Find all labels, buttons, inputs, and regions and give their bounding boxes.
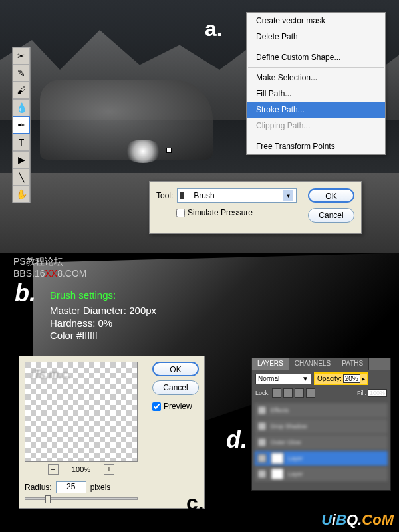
brush-hardness: Hardness: 0% (50, 317, 156, 329)
layer-thumbnail (271, 452, 284, 464)
uibq-q: Q (346, 511, 358, 528)
visibility-icon[interactable] (257, 406, 267, 415)
layer-name: Layer (288, 471, 303, 477)
watermark-prefix: BBS.16 (13, 268, 45, 279)
history-brush-tool[interactable]: 🖌 (13, 82, 30, 99)
menu-separator (248, 67, 384, 68)
tab-layers[interactable]: LAYERS (252, 358, 289, 370)
brush-diameter: Master Diameter: 200px (50, 305, 156, 316)
preview-checkbox[interactable] (152, 402, 161, 411)
visibility-icon[interactable] (257, 422, 267, 431)
layer-name: Layer (288, 455, 303, 462)
stroke-path-dialog: Tool: Brush ▼ Simulate Pressure OK Cance… (149, 181, 362, 234)
opacity-label: Opacity: (317, 375, 342, 382)
layer-list: Effects Drop Shadow Outer Glow Layer Lay… (252, 399, 390, 485)
blend-mode-dropdown[interactable]: Normal ▼ (255, 374, 311, 384)
blend-mode-value: Normal (258, 375, 279, 382)
lock-transparency-icon[interactable] (272, 388, 281, 398)
tool-value: Brush (194, 191, 283, 200)
visibility-icon[interactable] (257, 438, 267, 447)
uibq-c: C (362, 511, 372, 528)
opacity-control[interactable]: Opacity: 20% ▸ (314, 372, 368, 385)
menu-free-transform-points[interactable]: Free Transform Points (247, 138, 385, 154)
tab-paths[interactable]: PATHS (336, 358, 369, 370)
zoom-in-button[interactable]: + (104, 464, 114, 475)
brush-color: Color #ffffff (50, 330, 156, 341)
uibq-m: M (382, 511, 394, 528)
ok-button[interactable]: OK (308, 188, 354, 203)
brush-icon (180, 192, 191, 200)
tools-palette: ✂ ✎ 🖌 💧 ✒ T ▶ ╲ ✋ (12, 47, 31, 203)
lock-all-icon[interactable] (306, 388, 315, 398)
menu-define-custom-shape[interactable]: Define Custom Shape... (247, 49, 385, 65)
uibq-o: o (372, 511, 381, 528)
line-tool[interactable]: ╲ (13, 168, 30, 186)
chevron-down-icon: ▼ (302, 375, 309, 382)
slider-thumb[interactable] (45, 495, 51, 503)
simulate-pressure-label: Simulate Pressure (188, 208, 253, 217)
path-selection-tool[interactable]: ▶ (13, 151, 30, 168)
path-anchor-point[interactable] (166, 148, 172, 153)
lock-pixels-icon[interactable] (283, 388, 293, 398)
fill-label: Fill: (357, 390, 366, 396)
layer-thumbnail (271, 468, 284, 480)
menu-delete-path[interactable]: Delete Path (247, 29, 385, 45)
watermark-line2: BBS.16XX8.COM (13, 268, 87, 279)
fill-value[interactable]: 100% (368, 389, 387, 397)
path-context-menu: Create vector mask Delete Path Define Cu… (246, 12, 386, 155)
blur-tool[interactable]: 💧 (13, 99, 30, 116)
layer-item[interactable]: Drop Shadow (255, 419, 388, 434)
simulate-pressure-checkbox[interactable] (176, 209, 185, 217)
zoom-level: 100% (72, 466, 90, 473)
visibility-icon[interactable] (257, 469, 267, 479)
menu-clipping-path: Clipping Path... (247, 118, 385, 134)
menu-separator (248, 47, 384, 47)
lock-label: Lock: (255, 390, 270, 396)
uibq-watermark: UiBQ.CoM (321, 511, 394, 529)
step-label-a: a. (205, 17, 223, 41)
layer-item[interactable]: Layer (255, 451, 388, 466)
menu-create-vector-mask[interactable]: Create vector mask (247, 13, 385, 29)
preview-label: Preview (164, 402, 192, 411)
cancel-button[interactable]: Cancel (152, 380, 199, 395)
lasso-tool[interactable]: ✂ (13, 47, 30, 65)
menu-stroke-path[interactable]: Stroke Path... (247, 102, 385, 118)
radius-slider[interactable] (25, 497, 138, 500)
layer-item[interactable]: Effects (255, 403, 388, 418)
zoom-out-button[interactable]: – (48, 464, 59, 475)
step-label-d: d. (226, 426, 247, 454)
menu-make-selection[interactable]: Make Selection... (247, 70, 385, 86)
uibq-u: U (321, 511, 332, 528)
brush-tool[interactable]: ✎ (13, 65, 30, 82)
layer-item[interactable]: Layer (255, 467, 388, 481)
step-label-c: c. (186, 491, 204, 515)
tool-dropdown[interactable]: Brush ▼ (177, 188, 297, 203)
preview-sample-text: iTs.m.c. (31, 368, 71, 382)
layer-name: Effects (271, 407, 289, 414)
chevron-right-icon[interactable]: ▸ (362, 375, 365, 382)
gaussian-blur-dialog: iTs.m.c. – 100% + Radius: 25 pixels OK C… (19, 356, 205, 509)
watermark-line1: PS教程论坛 (13, 256, 87, 268)
tab-channels[interactable]: CHANNELS (289, 358, 336, 370)
type-tool[interactable]: T (13, 134, 30, 151)
chevron-down-icon[interactable]: ▼ (283, 190, 293, 201)
ok-button[interactable]: OK (152, 362, 199, 376)
menu-fill-path[interactable]: Fill Path... (247, 86, 385, 102)
visibility-icon[interactable] (257, 454, 267, 463)
watermark-suffix: 8.COM (57, 268, 86, 279)
menu-separator (248, 136, 384, 136)
tool-label: Tool: (156, 191, 173, 200)
layers-panel: LAYERS CHANNELS PATHS Normal ▼ Opacity: … (251, 358, 391, 491)
brush-settings-title: Brush settings: (50, 289, 156, 301)
hand-tool[interactable]: ✋ (13, 186, 30, 203)
blur-preview[interactable]: iTs.m.c. (25, 362, 138, 462)
pen-tool[interactable]: ✒ (13, 116, 30, 134)
cancel-button[interactable]: Cancel (308, 208, 354, 223)
pixels-label: pixels (90, 483, 111, 492)
radius-input[interactable]: 25 (56, 481, 86, 493)
lock-position-icon[interactable] (295, 388, 304, 398)
layer-item[interactable]: Outer Glow (255, 435, 388, 450)
uibq-b: B (336, 511, 346, 528)
radius-label: Radius: (25, 483, 52, 492)
opacity-value[interactable]: 20% (343, 374, 360, 383)
